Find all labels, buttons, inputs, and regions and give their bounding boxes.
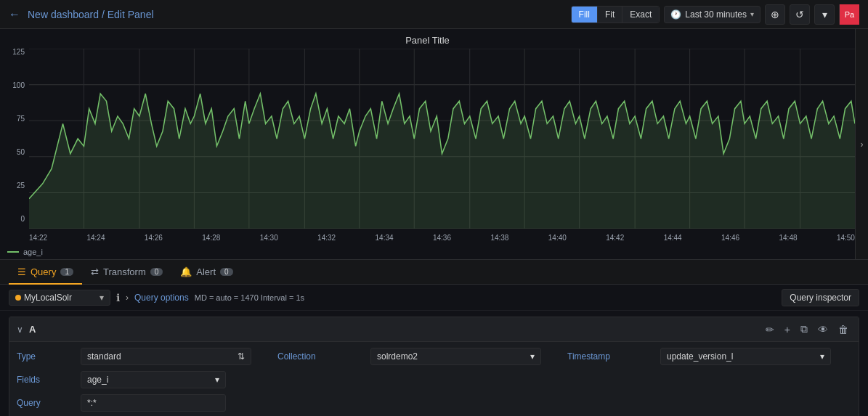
panel-tab[interactable]: Pa xyxy=(839,4,859,25)
refresh-button[interactable]: ↺ xyxy=(790,4,810,25)
row-actions: ✏ + ⧉ 👁 🗑 xyxy=(763,322,851,337)
query-options-label[interactable]: Query options xyxy=(134,293,189,303)
header: ← New dashboard / Edit Panel Fill Fit Ex… xyxy=(0,0,868,29)
y-axis: 0 25 50 75 100 125 xyxy=(0,49,28,223)
type-label: Type xyxy=(17,351,75,362)
collection-select-icon: ▾ xyxy=(530,351,535,362)
fill-button[interactable]: Fill xyxy=(572,7,598,23)
query-input[interactable]: *:* xyxy=(81,394,226,412)
x-label-3: 14:28 xyxy=(202,234,220,242)
fields-select[interactable]: age_i ▾ xyxy=(81,371,226,388)
y-label-75: 75 xyxy=(3,115,25,123)
type-value: standard xyxy=(87,351,121,362)
page-title: New dashboard / Edit Panel xyxy=(28,9,154,20)
panel-area: Panel Title 0 25 50 75 100 125 xyxy=(0,29,868,260)
clock-icon: 🕐 xyxy=(670,9,681,20)
datasource-select[interactable]: MyLocalSolr ▾ xyxy=(9,290,110,306)
collection-label: Collection xyxy=(277,351,365,362)
query-options-bar: MyLocalSolr ▾ ℹ › Query options MD = aut… xyxy=(0,285,868,311)
exact-button[interactable]: Exact xyxy=(622,7,659,23)
datasource-chevron-icon: ▾ xyxy=(100,293,104,303)
query-row-a: ∨ A ✏ + ⧉ 👁 🗑 Type standard ⇅ Collect xyxy=(9,317,859,416)
chart-section: Panel Title 0 25 50 75 100 125 xyxy=(0,29,868,416)
query-tab-label: Query xyxy=(31,266,56,277)
y-label-0: 0 xyxy=(3,216,25,223)
collapse-icon[interactable]: ∨ xyxy=(17,325,23,335)
timestamp-value: update_version_l xyxy=(667,351,733,362)
magnify-icon: ⊕ xyxy=(771,9,779,20)
query-inspector-button[interactable]: Query inspector xyxy=(782,289,859,306)
y-label-25: 25 xyxy=(3,182,25,189)
chart-svg xyxy=(29,49,855,229)
query-value: *:* xyxy=(87,398,97,408)
timestamp-select[interactable]: update_version_l ▾ xyxy=(660,348,831,365)
tab-query[interactable]: ☰ Query 1 xyxy=(9,261,82,285)
fit-button[interactable]: Fit xyxy=(598,7,622,23)
delete-button[interactable]: 🗑 xyxy=(835,322,851,337)
x-label-0: 14:22 xyxy=(29,234,47,242)
right-collapse[interactable]: › xyxy=(855,29,868,259)
query-fields-row1: Type standard ⇅ Collection solrdemo2 ▾ T… xyxy=(9,342,859,371)
chevron-down-icon: ▾ xyxy=(750,10,754,18)
x-label-5: 14:32 xyxy=(317,234,336,242)
fields-label: Fields xyxy=(17,375,75,385)
header-actions: Fill Fit Exact 🕐 Last 30 minutes ▾ ⊕ ↺ ▾… xyxy=(571,4,859,25)
x-label-1: 14:24 xyxy=(86,234,105,242)
add-button[interactable]: + xyxy=(782,322,793,337)
dashboard-link[interactable]: New dashboard xyxy=(28,9,99,20)
query-tab-badge: 1 xyxy=(60,268,73,276)
back-button[interactable]: ← xyxy=(9,8,20,21)
visibility-button[interactable]: 👁 xyxy=(815,322,831,337)
main-content: Panel Title 0 25 50 75 100 125 xyxy=(0,29,868,416)
x-label-6: 14:34 xyxy=(376,234,394,242)
y-label-50: 50 xyxy=(3,149,25,156)
edit-button[interactable]: ✏ xyxy=(763,322,777,337)
time-picker[interactable]: 🕐 Last 30 minutes ▾ xyxy=(664,6,760,23)
chevron-right-icon: › xyxy=(126,293,129,303)
type-select-icon: ⇅ xyxy=(238,351,245,362)
x-label-13: 14:48 xyxy=(779,234,797,242)
x-label-11: 14:44 xyxy=(664,234,682,242)
collection-select[interactable]: solrdemo2 ▾ xyxy=(370,348,541,365)
datasource-dot xyxy=(15,295,21,301)
copy-button[interactable]: ⧉ xyxy=(798,322,811,337)
tab-transform[interactable]: ⇄ Transform 0 xyxy=(82,261,171,285)
zoom-button[interactable]: ⊕ xyxy=(765,4,785,25)
datasource-name: MyLocalSolr xyxy=(24,293,72,303)
transform-tab-badge: 0 xyxy=(150,268,163,276)
x-label-10: 14:42 xyxy=(606,234,624,242)
x-label-7: 14:36 xyxy=(433,234,451,242)
query-fields-row3: Query *:* xyxy=(9,394,859,416)
query-row-a-header: ∨ A ✏ + ⧉ 👁 🗑 xyxy=(9,317,859,342)
transform-tab-label: Transform xyxy=(103,266,146,277)
query-row-letter: A xyxy=(29,324,36,335)
x-label-4: 14:30 xyxy=(260,234,278,242)
chart-legend: age_i xyxy=(0,245,855,259)
svg-marker-20 xyxy=(29,94,855,229)
query-fields-row2: Fields age_i ▾ xyxy=(9,371,859,394)
x-label-14: 14:50 xyxy=(837,234,855,242)
alert-tab-badge: 0 xyxy=(220,268,233,276)
x-label-2: 14:26 xyxy=(145,234,163,242)
legend-line xyxy=(7,251,19,253)
info-icon[interactable]: ℹ xyxy=(116,292,120,303)
fields-select-icon: ▾ xyxy=(215,375,219,385)
query-label: Query xyxy=(17,398,75,408)
tabs-bar: ☰ Query 1 ⇄ Transform 0 🔔 Alert 0 xyxy=(0,260,868,285)
collection-value: solrdemo2 xyxy=(377,351,418,362)
view-mode-group: Fill Fit Exact xyxy=(571,6,660,23)
refresh-icon: ↺ xyxy=(795,9,804,20)
tab-alert[interactable]: 🔔 Alert 0 xyxy=(171,261,241,285)
chevron-down-icon: ▾ xyxy=(822,9,827,20)
fields-value: age_i xyxy=(87,375,108,385)
collapse-right-icon: › xyxy=(861,139,864,150)
y-label-125: 125 xyxy=(3,49,25,56)
type-select[interactable]: standard ⇅ xyxy=(81,348,251,365)
y-label-100: 100 xyxy=(3,82,25,89)
query-tab-icon: ☰ xyxy=(17,266,26,277)
timestamp-select-icon: ▾ xyxy=(820,351,824,362)
x-axis: 14:22 14:24 14:26 14:28 14:30 14:32 14:3… xyxy=(29,230,855,245)
more-button[interactable]: ▾ xyxy=(814,4,835,25)
x-label-8: 14:38 xyxy=(490,234,508,242)
alert-tab-icon: 🔔 xyxy=(180,266,192,277)
